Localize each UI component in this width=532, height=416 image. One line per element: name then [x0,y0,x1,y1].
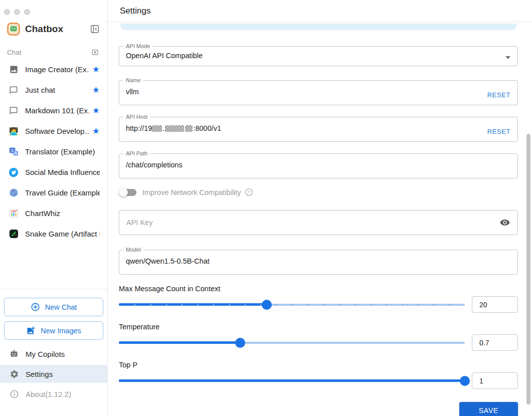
slider-fill [119,379,465,382]
session-item-snake-game[interactable]: Snake Game (Artifact E… [0,224,107,244]
session-label: Markdown 101 (Ex… [25,106,89,115]
api-path-field[interactable]: API Path /chat/completions [119,150,518,178]
api-mode-select[interactable]: API Mode OpenAI API Compatible [119,43,518,66]
api-path-label: API Path [123,150,150,156]
network-compatibility-label: Improve Network Compatibility [142,188,241,196]
model-label: Model [123,247,143,253]
api-key-placeholder: API Key [126,219,499,227]
name-reset-button[interactable]: RESET [487,91,510,99]
clear-conversations-icon[interactable] [90,48,99,57]
new-chat-button[interactable]: New Chat [4,298,103,316]
session-item-image-creator[interactable]: Image Creator (Ex…★ [0,59,107,80]
session-item-markdown-101[interactable]: Markdown 101 (Ex…★ [0,100,107,121]
scrolled-tab-remnant [120,24,517,30]
nav-label: My Copilots [26,350,65,358]
session-label: Snake Game (Artifact E… [25,230,100,238]
twitter-icon [9,167,19,177]
redacted-text [152,125,162,132]
session-label: Just chat [25,86,89,94]
sidebar-item-about[interactable]: About(1.12.2) [0,385,107,403]
translate-icon: 文A [9,147,19,157]
session-item-social-media-influencer[interactable]: Social Media Influencer … [0,162,107,182]
max-message-count-slider[interactable] [119,296,465,313]
chart-emoji-icon [9,209,19,219]
chat-bubble-icon [9,106,19,116]
session-label: Social Media Influencer … [25,168,100,176]
temperature-slider[interactable] [119,334,465,351]
sidebar-item-my-copilots[interactable]: My Copilots [0,345,107,363]
chat-section-label: Chat [7,49,22,56]
new-images-button[interactable]: New Images [4,321,103,340]
redacted-text [165,125,184,132]
slider-thumb[interactable] [235,338,245,348]
session-item-chartwhiz[interactable]: ChartWhiz [0,203,107,224]
collapse-sidebar-icon[interactable] [89,24,100,35]
api-host-field[interactable]: API Host http://19.:8000/v1 RESET [119,114,518,142]
max-message-count-label: Max Message Count in Context [119,285,518,293]
session-item-just-chat[interactable]: Just chat★ [0,80,107,100]
session-label: Software Develop… [25,127,89,135]
session-label: Travel Guide (Example) [25,188,100,197]
max-message-count-value-input[interactable]: 20 [472,296,518,313]
api-host-reset-button[interactable]: RESET [487,128,510,135]
slider-thumb[interactable] [262,300,272,310]
temperature-value-input[interactable]: 0.7 [472,334,518,351]
zoom-window-button[interactable] [24,9,30,15]
technologist-emoji-icon: 🧑‍💻 [9,126,19,136]
star-icon[interactable]: ★ [92,105,100,116]
network-compatibility-toggle[interactable] [120,189,136,196]
top-p-value-input[interactable]: 1 [472,372,518,389]
redacted-text [185,125,193,132]
session-item-travel-guide[interactable]: Travel Guide (Example) [0,182,107,203]
image-icon [9,65,19,75]
session-item-translator[interactable]: 文ATranslator (Example) [0,141,107,162]
model-value: qwen/Qwen1.5-0.5B-Chat [126,253,511,274]
game-icon [9,229,19,239]
nav-label: About(1.12.2) [26,390,71,398]
star-icon[interactable]: ★ [92,126,100,136]
gear-icon [9,369,19,379]
minimize-window-button[interactable] [14,9,20,15]
session-label: Image Creator (Ex… [25,65,89,74]
nav-label: Settings [26,370,53,378]
temperature-label: Temperature [119,323,518,331]
sidebar-divider [0,289,107,289]
sidebar-item-settings[interactable]: Settings [0,365,107,383]
session-label: ChartWhiz [25,209,100,218]
chevron-down-icon [505,56,510,59]
slider-fill [119,341,240,344]
help-icon[interactable]: ? [245,188,253,196]
plus-circle-icon [31,302,40,312]
api-mode-value: OpenAI API Compatible [126,49,511,66]
top-p-slider[interactable] [119,372,465,389]
close-window-button[interactable] [4,9,10,15]
chatbox-logo-icon [7,23,20,36]
page-title: Settings [120,6,150,16]
chatbox-window: Chatbox Chat Image Creator (Ex…★Just cha… [0,0,532,416]
api-path-value: /chat/completions [126,156,511,178]
scrollbar-thumb[interactable] [526,134,530,404]
eye-icon[interactable] [499,217,510,228]
model-field[interactable]: Model qwen/Qwen1.5-0.5B-Chat [119,247,518,275]
image-plus-icon [26,326,36,335]
top-p-label: Top P [119,361,518,369]
name-field[interactable]: Name vllm RESET [119,77,518,105]
session-item-software-developer[interactable]: 🧑‍💻Software Develop…★ [0,121,107,141]
star-icon[interactable]: ★ [92,85,100,95]
session-list: Image Creator (Ex…★Just chat★Markdown 10… [0,59,107,244]
sidebar: Chatbox Chat Image Creator (Ex…★Just cha… [0,0,108,416]
info-icon [9,389,19,399]
globe-emoji-icon [9,188,19,198]
api-host-value: http://19.:8000/v1 [126,120,511,141]
name-label: Name [123,77,143,83]
slider-thumb[interactable] [460,376,470,386]
settings-panel: Settings API Mode OpenAI API Compatible … [108,0,532,416]
save-button[interactable]: SAVE [459,402,518,416]
name-value: vllm [126,83,511,105]
star-icon[interactable]: ★ [92,64,100,75]
api-key-field[interactable]: API Key [119,210,518,235]
session-label: Translator (Example) [25,147,100,156]
settings-header: Settings [108,0,532,22]
chat-bubble-icon [9,85,19,95]
sidebar-nav: My CopilotsSettingsAbout(1.12.2) [0,345,107,403]
